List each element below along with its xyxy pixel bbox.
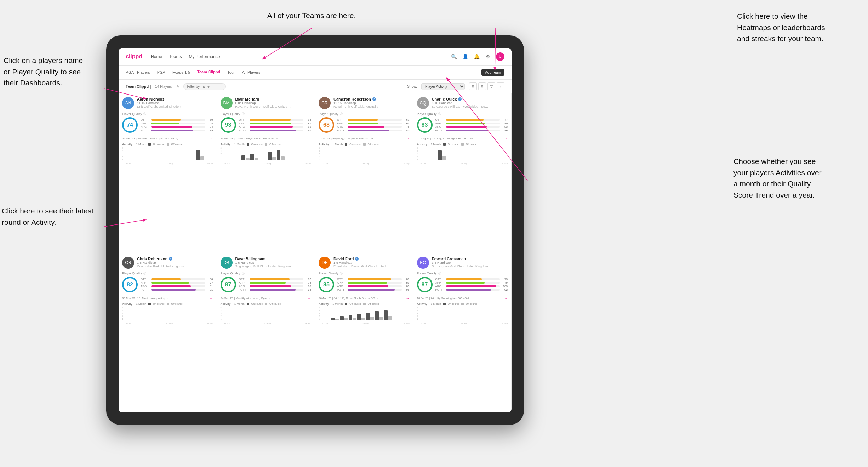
subnav-team-clippd[interactable]: Team Clippd (197, 70, 220, 75)
player-name[interactable]: Charlie Quick ✓ (432, 97, 508, 101)
quality-circle[interactable]: 93 (221, 117, 236, 133)
stat-bar-container (250, 282, 304, 284)
subnav-hcaps[interactable]: Hcaps 1-5 (172, 70, 190, 75)
stat-value: 79 (501, 281, 508, 284)
quality-circle[interactable]: 68 (319, 117, 334, 133)
filter-view[interactable]: ▽ (487, 82, 495, 90)
subnav-pga[interactable]: PGA (157, 70, 165, 75)
quality-info-icon[interactable]: ⓘ (340, 272, 343, 275)
activity-label: Activity (221, 302, 231, 306)
stat-bar-container (250, 130, 304, 131)
player-name[interactable]: Aaron Nicholls (137, 97, 213, 101)
player-avatar[interactable]: AN (122, 97, 134, 109)
quality-circle[interactable]: 85 (319, 277, 334, 292)
bell-icon[interactable]: 🔔 (473, 53, 480, 60)
nav-my-performance[interactable]: My Performance (189, 54, 220, 59)
person-icon[interactable]: 👤 (462, 53, 468, 60)
stat-label: APP (239, 122, 248, 125)
recent-round[interactable]: 07 Aug 23 | 77 (+7), St George's Hill GC… (417, 135, 508, 141)
stat-value: 80 (403, 281, 410, 284)
activity-period[interactable]: · 1 Month (135, 143, 146, 146)
settings-icon[interactable]: ⚙ (485, 53, 491, 60)
quality-info-icon[interactable]: ⓘ (438, 272, 441, 275)
nav-home[interactable]: Home (151, 54, 162, 59)
round-arrow[interactable]: → (406, 296, 410, 300)
stat-bar (250, 282, 286, 284)
recent-round[interactable]: 18 Jul 23 | 74 (+3), Sunningdale GC - Ol… (417, 295, 508, 300)
player-name[interactable]: David Ford ✓ (333, 257, 410, 261)
quality-circle[interactable]: 87 (417, 277, 433, 292)
activity-legend: On course Off course (247, 143, 281, 146)
recent-round[interactable]: 02 Jul 23 | 59 (+17), Craigmillar Park G… (319, 135, 410, 141)
quality-circle[interactable]: 83 (417, 117, 433, 133)
grid-small-view[interactable]: ⊟ (478, 82, 486, 90)
edit-icon[interactable]: ✎ (176, 85, 179, 89)
filter-input[interactable] (183, 83, 226, 90)
stat-value: 74 (305, 281, 311, 284)
activity-period[interactable]: · 1 Month (233, 143, 244, 146)
grid-large-view[interactable]: ⊞ (469, 82, 477, 90)
round-arrow[interactable]: → (504, 137, 508, 141)
quality-circle[interactable]: 87 (221, 277, 236, 292)
player-avatar[interactable]: EC (417, 257, 429, 269)
search-icon[interactable]: 🔍 (451, 53, 457, 60)
quality-info-icon[interactable]: ⓘ (143, 272, 146, 275)
show-select[interactable]: Player Activity Quality Score Trend (421, 83, 465, 90)
round-arrow[interactable]: → (210, 137, 213, 141)
player-card: EC Edward Crossman 1-5 Handicap Sunningd… (413, 253, 512, 413)
player-name[interactable]: Edward Crossman (432, 257, 508, 261)
recent-round[interactable]: 04 Sep 23 | Mobility with coach, Gym → → (221, 295, 312, 300)
bar-group (268, 152, 276, 160)
subnav-tour[interactable]: Tour (227, 70, 235, 75)
player-name[interactable]: Chris Robertson ✓ (137, 257, 213, 261)
round-arrow[interactable]: → (210, 296, 213, 300)
round-arrow[interactable]: → (406, 137, 410, 141)
quality-info-icon[interactable]: ⓘ (143, 112, 146, 116)
stat-value: 84 (305, 118, 311, 121)
user-avatar[interactable]: U (496, 52, 504, 61)
quality-info-icon[interactable]: ⓘ (242, 272, 245, 275)
player-avatar[interactable]: DF (319, 257, 331, 269)
activity-period[interactable]: · 1 Month (135, 302, 146, 306)
annotation-left-top: Click on a players nameor Player Quality… (4, 55, 97, 89)
round-arrow[interactable]: → (308, 137, 311, 141)
activity-period[interactable]: · 1 Month (331, 302, 343, 306)
recent-round[interactable]: 02 Sep 23 | Sunrise round to get back in… (122, 135, 213, 141)
subnav-pgat[interactable]: PGAT Players (126, 70, 150, 75)
recent-round[interactable]: 26 Aug 23 | 84 (+12), Royal North Devon … (319, 295, 410, 300)
quality-info-icon[interactable]: ⓘ (438, 112, 441, 116)
player-avatar[interactable]: CR (122, 257, 134, 269)
player-name[interactable]: Cameron Robertson ✓ (333, 97, 410, 101)
sort-view[interactable]: ↕ (497, 82, 504, 90)
activity-period[interactable]: · 1 Month (233, 302, 244, 306)
stats-grid: OTT 60 APP 58 ARG 84 PUTT 85 (141, 118, 213, 132)
player-club: Sunningdale Golf Club, United Kingdom (432, 264, 489, 268)
stat-bar-container (446, 126, 500, 128)
round-arrow[interactable]: → (308, 296, 311, 300)
quality-info-icon[interactable]: ⓘ (242, 112, 245, 116)
add-team-button[interactable]: Add Team (481, 69, 504, 76)
player-avatar[interactable]: DB (221, 257, 233, 269)
activity-period[interactable]: · 1 Month (331, 143, 343, 146)
quality-circle[interactable]: 82 (122, 277, 138, 292)
player-avatar[interactable]: BM (221, 97, 233, 109)
player-name[interactable]: Dave Billingham (235, 257, 312, 261)
player-avatar[interactable]: CR (319, 97, 331, 109)
activity-period[interactable]: · 1 Month (429, 143, 441, 146)
quality-info-icon[interactable]: ⓘ (340, 112, 343, 116)
off-course-label: Off course (466, 143, 477, 146)
player-card-header: DB Dave Billingham 1-5 Handicap Sog Magi… (221, 257, 312, 269)
player-name[interactable]: Blair McHarg (235, 97, 312, 101)
stat-label: PUTT (239, 288, 248, 291)
stat-value: 80 (501, 122, 508, 125)
stat-row: APP 58 (141, 122, 213, 125)
activity-period[interactable]: · 1 Month (429, 302, 441, 306)
stat-bar-container (446, 285, 500, 287)
recent-round[interactable]: 26 Aug 23 | 73 (+1), Royal North Devon G… (221, 135, 312, 141)
player-avatar[interactable]: CQ (417, 97, 429, 109)
round-arrow[interactable]: → (504, 296, 508, 300)
recent-round[interactable]: 03 Mar 23 | 19, Must make putting → → (122, 295, 213, 300)
subnav-all-players[interactable]: All Players (242, 70, 261, 75)
nav-teams[interactable]: Teams (169, 54, 182, 59)
quality-circle[interactable]: 74 (122, 117, 138, 133)
